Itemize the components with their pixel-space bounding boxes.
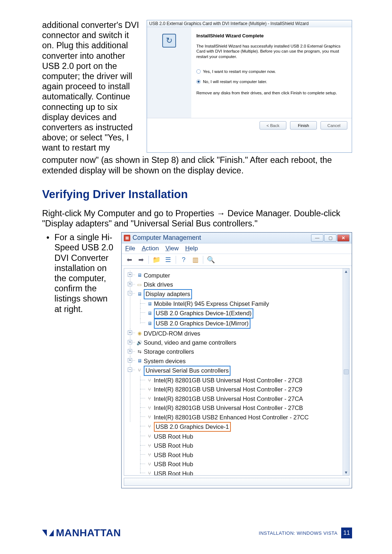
wizard-heading: InstallShield Wizard Complete: [196, 33, 347, 38]
cm-title: Computer Management: [132, 234, 308, 242]
cm-menubar: File Action View Help: [122, 243, 352, 254]
page-footer: MANHATTAN INSTALLATION: WINDOWS VISTA 11: [0, 527, 392, 539]
usb-icon: ⑂: [147, 443, 152, 449]
tree-sound[interactable]: +🔊Sound, video and game controllers: [126, 338, 348, 347]
tree-item[interactable]: 🖥USB 2.0 Graphics Device-1(Mirror): [136, 319, 348, 329]
usb-icon: ⑂: [136, 368, 142, 374]
installshield-wizard-window: USB 2.0 External Graphics Card with DVI …: [147, 20, 352, 153]
tree-system[interactable]: +🖥System devices: [126, 356, 348, 365]
tree-item[interactable]: ⑂Intel(R) 82801GB USB Universal Host Con…: [136, 385, 348, 394]
tree-item[interactable]: ⑂USB Root Hub: [136, 469, 348, 476]
brand-logo: MANHATTAN: [42, 527, 121, 539]
menu-view[interactable]: View: [166, 245, 179, 252]
cm-toolbar: ⬅ ➡ 📁 ☰ ? ▥ 🔍: [122, 254, 352, 266]
cancel-button: Cancel: [320, 121, 347, 130]
tree-item[interactable]: ⑂Intel(R) 82801GB USB2 Enhanced Host Con…: [136, 413, 348, 422]
nav-forward-icon[interactable]: ➡: [136, 255, 146, 264]
radio-icon-selected: [196, 79, 201, 84]
brand-name: MANHATTAN: [56, 527, 121, 539]
scroll-thumb[interactable]: [344, 369, 349, 374]
usb-icon: ⑂: [147, 387, 152, 393]
help-icon[interactable]: ?: [179, 255, 188, 264]
adapter-icon: 🖥: [147, 321, 152, 327]
display-icon: 🖥: [136, 291, 142, 297]
maximize-button[interactable]: ▢: [324, 234, 336, 242]
tree-dvd[interactable]: +◉DVD/CD-ROM drives: [126, 329, 348, 338]
footer-section-label: INSTALLATION: WINDOWS VISTA: [259, 530, 338, 536]
tree-computer[interactable]: +🖥Computer: [126, 271, 348, 280]
wizard-titlebar: USB 2.0 External Graphics Card with DVI …: [147, 20, 352, 27]
intro-paragraph-continued: computer now" (as shown in Step 8) and c…: [42, 155, 352, 175]
cm-tree-panel: +🖥Computer +▭Disk drives −🖥Display adapt…: [124, 268, 350, 476]
back-button: < Back: [260, 121, 286, 130]
radio-restart-now[interactable]: Yes, I want to restart my computer now.: [196, 69, 347, 74]
usb-icon: ⑂: [147, 396, 152, 402]
system-icon: 🖥: [136, 358, 142, 364]
wizard-description: The InstallShield Wizard has successfull…: [196, 44, 347, 59]
adapter-icon: 🖥: [147, 311, 152, 316]
tree-item[interactable]: 🖥USB 2.0 Graphics Device-1(Extend): [136, 308, 348, 319]
tree-storage[interactable]: +⇆Storage controllers: [126, 347, 348, 356]
disk-icon: ▭: [136, 282, 142, 288]
scan-icon[interactable]: 🔍: [206, 255, 216, 264]
scrollbar[interactable]: ▲ ▼: [343, 268, 349, 475]
computer-icon: 🖥: [136, 273, 142, 279]
radio-icon: [196, 69, 201, 74]
wizard-icon: ↻: [162, 34, 176, 48]
folder-up-icon[interactable]: 📁: [152, 255, 161, 264]
bullet-text: For a single Hi-Speed USB 2.0 DVI Conver…: [54, 232, 116, 488]
close-button[interactable]: ✕: [337, 234, 350, 242]
radio-label: Yes, I want to restart my computer now.: [203, 69, 276, 74]
usb-icon: ⑂: [147, 415, 152, 420]
logo-mark-icon: [42, 528, 54, 538]
cm-statusbar: [124, 478, 350, 486]
tree-display-adapters[interactable]: −🖥Display adapters 🖥Mobile Intel(R) 945 …: [126, 289, 348, 329]
tree-disk-drives[interactable]: +▭Disk drives: [126, 280, 348, 289]
tree-item[interactable]: ⑂USB Root Hub: [136, 450, 348, 459]
properties-icon[interactable]: ☰: [163, 255, 173, 264]
page-number: 11: [341, 528, 352, 538]
cm-app-icon: ▦: [124, 235, 130, 241]
menu-action[interactable]: Action: [142, 245, 159, 252]
radio-label: No, I will restart my computer later.: [203, 79, 267, 84]
intro-paragraph-left: additional converter's DVI connector and…: [42, 20, 140, 153]
wizard-note: Remove any disks from their drives, and …: [196, 90, 347, 95]
bullet-marker: •: [42, 232, 49, 488]
storage-icon: ⇆: [136, 349, 142, 355]
tree-item[interactable]: ⑂Intel(R) 82801GB USB Universal Host Con…: [136, 376, 348, 385]
scroll-down-icon[interactable]: ▼: [344, 470, 348, 475]
nav-back-icon[interactable]: ⬅: [124, 255, 134, 264]
cd-icon: ◉: [136, 331, 142, 337]
tree-item[interactable]: ⑂USB Root Hub: [136, 441, 348, 450]
adapter-icon: 🖥: [147, 301, 152, 307]
menu-file[interactable]: File: [125, 245, 135, 252]
radio-restart-later[interactable]: No, I will restart my computer later.: [196, 79, 347, 84]
tree-item[interactable]: 🖥Mobile Intel(R) 945 Express Chipset Fam…: [136, 299, 348, 308]
minimize-button[interactable]: —: [311, 234, 323, 242]
usb-icon: ⑂: [147, 471, 152, 476]
finish-button[interactable]: Finish: [290, 121, 317, 130]
usb-icon: ⑂: [147, 405, 152, 411]
sound-icon: 🔊: [136, 340, 142, 346]
section-heading: Verifying Driver Installation: [42, 188, 352, 201]
cm-titlebar: ▦ Computer Management — ▢ ✕: [122, 233, 352, 243]
body-instructions: Right-click My Computer and go to Proper…: [42, 208, 352, 229]
computer-management-window: ▦ Computer Management — ▢ ✕ File Action …: [121, 232, 352, 488]
usb-icon: ⑂: [147, 378, 152, 383]
scroll-up-icon[interactable]: ▲: [344, 269, 348, 274]
tree-item[interactable]: ⑂Intel(R) 82801GB USB Universal Host Con…: [136, 403, 348, 413]
tree-item[interactable]: ⑂USB Root Hub: [136, 432, 348, 441]
wizard-sidebar: ↻: [147, 27, 191, 118]
menu-help[interactable]: Help: [185, 245, 198, 252]
usb-icon: ⑂: [147, 452, 152, 458]
tree-item[interactable]: ⑂USB Root Hub: [136, 460, 348, 469]
tree-item[interactable]: ⑂Intel(R) 82801GB USB Universal Host Con…: [136, 394, 348, 403]
usb-icon: ⑂: [147, 461, 152, 467]
usb-icon: ⑂: [147, 434, 152, 440]
view-icon[interactable]: ▥: [191, 255, 200, 264]
usb-icon: ⑂: [147, 424, 152, 430]
device-tree: +🖥Computer +▭Disk drives −🖥Display adapt…: [126, 271, 348, 476]
tree-item[interactable]: ⑂USB 2.0 Graphics Device-1: [136, 422, 348, 432]
tree-usb-controllers[interactable]: −⑂Universal Serial Bus controllers ⑂Inte…: [126, 366, 348, 476]
